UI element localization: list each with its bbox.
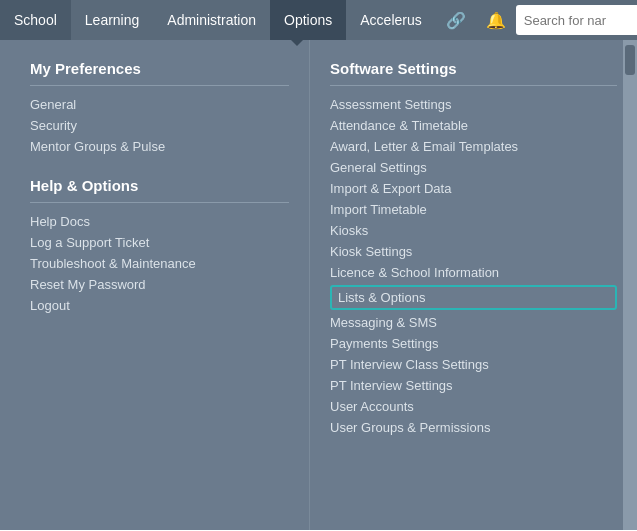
software-settings-title: Software Settings — [330, 60, 617, 86]
link-import-timetable[interactable]: Import Timetable — [330, 199, 617, 220]
right-panel: Software Settings Assessment Settings At… — [310, 40, 637, 530]
link-kiosk-settings[interactable]: Kiosk Settings — [330, 241, 617, 262]
link-award-letter-email[interactable]: Award, Letter & Email Templates — [330, 136, 617, 157]
link-icon[interactable]: 🔗 — [436, 0, 476, 40]
top-nav: School Learning Administration Options A… — [0, 0, 637, 40]
link-security[interactable]: Security — [30, 115, 289, 136]
link-lists-options[interactable]: Lists & Options — [330, 285, 617, 310]
help-options-section: Help & Options Help Docs Log a Support T… — [30, 177, 289, 316]
link-help-docs[interactable]: Help Docs — [30, 211, 289, 232]
link-payments-settings[interactable]: Payments Settings — [330, 333, 617, 354]
dropdown-container: My Preferences General Security Mentor G… — [0, 40, 637, 530]
link-pt-interview-settings[interactable]: PT Interview Settings — [330, 375, 617, 396]
nav-school[interactable]: School — [0, 0, 71, 40]
link-import-export[interactable]: Import & Export Data — [330, 178, 617, 199]
left-panel: My Preferences General Security Mentor G… — [0, 40, 310, 530]
my-preferences-title: My Preferences — [30, 60, 289, 86]
link-messaging-sms[interactable]: Messaging & SMS — [330, 312, 617, 333]
link-logout[interactable]: Logout — [30, 295, 289, 316]
link-troubleshoot[interactable]: Troubleshoot & Maintenance — [30, 253, 289, 274]
bell-icon[interactable]: 🔔 — [476, 0, 516, 40]
nav-accelerus[interactable]: Accelerus — [346, 0, 435, 40]
link-attendance-timetable[interactable]: Attendance & Timetable — [330, 115, 617, 136]
link-mentor-groups[interactable]: Mentor Groups & Pulse — [30, 136, 289, 157]
link-user-accounts[interactable]: User Accounts — [330, 396, 617, 417]
nav-arrow — [289, 38, 305, 46]
link-kiosks[interactable]: Kiosks — [330, 220, 617, 241]
link-user-groups-permissions[interactable]: User Groups & Permissions — [330, 417, 617, 438]
link-assessment-settings[interactable]: Assessment Settings — [330, 94, 617, 115]
link-general-settings[interactable]: General Settings — [330, 157, 617, 178]
scrollbar-thumb — [625, 45, 635, 75]
link-licence-school[interactable]: Licence & School Information — [330, 262, 617, 283]
link-support-ticket[interactable]: Log a Support Ticket — [30, 232, 289, 253]
scrollbar[interactable] — [623, 40, 637, 530]
nav-administration[interactable]: Administration — [153, 0, 270, 40]
nav-learning[interactable]: Learning — [71, 0, 154, 40]
link-general[interactable]: General — [30, 94, 289, 115]
link-reset-password[interactable]: Reset My Password — [30, 274, 289, 295]
nav-options[interactable]: Options — [270, 0, 346, 40]
help-options-title: Help & Options — [30, 177, 289, 203]
search-input[interactable] — [524, 13, 637, 28]
link-pt-interview-class[interactable]: PT Interview Class Settings — [330, 354, 617, 375]
search-box — [516, 5, 637, 35]
